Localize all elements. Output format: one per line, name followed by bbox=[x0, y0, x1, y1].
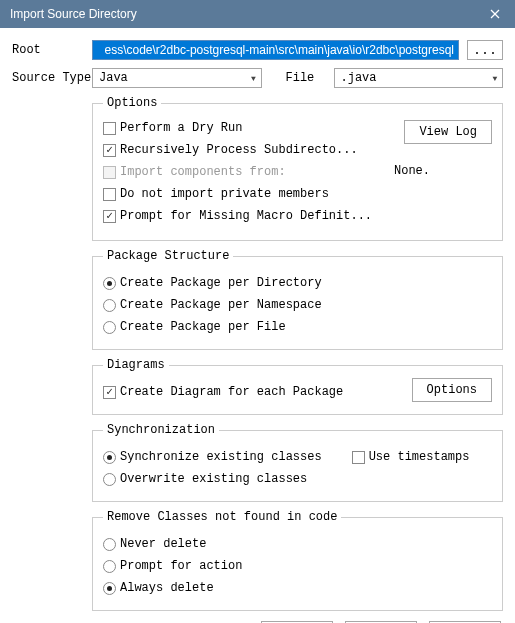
radio-icon bbox=[103, 321, 116, 334]
close-button[interactable] bbox=[475, 0, 515, 28]
prompt-macro-label: Prompt for Missing Macro Definit... bbox=[120, 209, 372, 223]
dry-run-label: Perform a Dry Run bbox=[120, 121, 242, 135]
checkbox-checked-icon bbox=[103, 210, 116, 223]
sync-existing-label: Synchronize existing classes bbox=[120, 450, 322, 464]
source-row: Source Type Java ▼ File .java ▼ bbox=[12, 68, 503, 88]
remove-classes-group: Remove Classes not found in code Never d… bbox=[92, 510, 503, 611]
use-timestamps-label: Use timestamps bbox=[369, 450, 470, 464]
radio-checked-icon bbox=[103, 451, 116, 464]
root-input[interactable] bbox=[92, 40, 459, 60]
pkg-legend: Package Structure bbox=[103, 249, 233, 263]
pkg-per-dir-option[interactable]: Create Package per Directory bbox=[103, 273, 492, 293]
titlebar: Import Source Directory bbox=[0, 0, 515, 28]
options-group: Options View Log None. Perform a Dry Run… bbox=[92, 96, 503, 241]
prompt-macro-option[interactable]: Prompt for Missing Macro Definit... bbox=[103, 206, 492, 226]
source-type-value: Java bbox=[99, 71, 128, 85]
synchronization-group: Synchronization Synchronize existing cla… bbox=[92, 423, 503, 502]
checkbox-checked-icon bbox=[103, 144, 116, 157]
sync-existing-option[interactable]: Synchronize existing classes Use timesta… bbox=[103, 447, 492, 467]
import-from-option: Import components from: bbox=[103, 162, 492, 182]
no-private-label: Do not import private members bbox=[120, 187, 329, 201]
import-from-value: None. bbox=[394, 164, 430, 178]
radio-icon bbox=[103, 560, 116, 573]
close-icon bbox=[490, 9, 500, 19]
prompt-action-option[interactable]: Prompt for action bbox=[103, 556, 492, 576]
radio-checked-icon bbox=[103, 582, 116, 595]
source-type-combo[interactable]: Java ▼ bbox=[92, 68, 262, 88]
pkg-per-file-label: Create Package per File bbox=[120, 320, 286, 334]
package-structure-group: Package Structure Create Package per Dir… bbox=[92, 249, 503, 350]
import-from-label: Import components from: bbox=[120, 165, 286, 179]
always-delete-option[interactable]: Always delete bbox=[103, 578, 492, 598]
file-value: .java bbox=[341, 71, 377, 85]
no-private-option[interactable]: Do not import private members bbox=[103, 184, 492, 204]
checkbox-icon bbox=[352, 451, 365, 464]
recurse-label: Recursively Process Subdirecto... bbox=[120, 143, 358, 157]
remove-legend: Remove Classes not found in code bbox=[103, 510, 341, 524]
pkg-per-ns-option[interactable]: Create Package per Namespace bbox=[103, 295, 492, 315]
create-diagram-label: Create Diagram for each Package bbox=[120, 385, 343, 399]
checkbox-icon bbox=[103, 122, 116, 135]
diagram-options-button[interactable]: Options bbox=[412, 378, 492, 402]
radio-icon bbox=[103, 538, 116, 551]
checkbox-disabled-icon bbox=[103, 166, 116, 179]
source-type-label: Source Type bbox=[12, 71, 92, 85]
checkbox-icon bbox=[103, 188, 116, 201]
radio-checked-icon bbox=[103, 277, 116, 290]
overwrite-label: Overwrite existing classes bbox=[120, 472, 307, 486]
file-combo[interactable]: .java ▼ bbox=[334, 68, 504, 88]
options-legend: Options bbox=[103, 96, 161, 110]
chevron-down-icon: ▼ bbox=[488, 74, 502, 83]
dialog-content: Root ... Source Type Java ▼ File .java ▼… bbox=[0, 28, 515, 611]
chevron-down-icon: ▼ bbox=[247, 74, 261, 83]
root-label: Root bbox=[12, 43, 92, 57]
pkg-per-ns-label: Create Package per Namespace bbox=[120, 298, 322, 312]
dialog-buttons: OK Cancel Help bbox=[0, 611, 515, 623]
prompt-action-label: Prompt for action bbox=[120, 559, 242, 573]
pkg-per-file-option[interactable]: Create Package per File bbox=[103, 317, 492, 337]
file-label: File bbox=[286, 71, 334, 85]
root-row: Root ... bbox=[12, 40, 503, 60]
window-title: Import Source Directory bbox=[10, 7, 137, 21]
view-log-button[interactable]: View Log bbox=[404, 120, 492, 144]
diagrams-group: Diagrams Options Create Diagram for each… bbox=[92, 358, 503, 415]
radio-icon bbox=[103, 299, 116, 312]
never-delete-label: Never delete bbox=[120, 537, 206, 551]
overwrite-option[interactable]: Overwrite existing classes bbox=[103, 469, 492, 489]
pkg-per-dir-label: Create Package per Directory bbox=[120, 276, 322, 290]
never-delete-option[interactable]: Never delete bbox=[103, 534, 492, 554]
use-timestamps-option[interactable]: Use timestamps bbox=[352, 450, 470, 464]
browse-button[interactable]: ... bbox=[467, 40, 503, 60]
diagrams-legend: Diagrams bbox=[103, 358, 169, 372]
radio-icon bbox=[103, 473, 116, 486]
sync-legend: Synchronization bbox=[103, 423, 219, 437]
always-delete-label: Always delete bbox=[120, 581, 214, 595]
checkbox-checked-icon bbox=[103, 386, 116, 399]
